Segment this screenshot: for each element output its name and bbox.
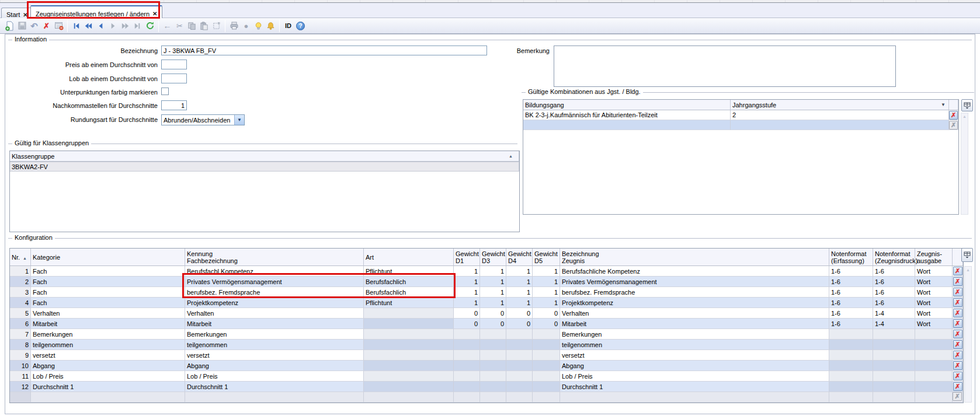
cell-kategorie[interactable]: versetzt [31, 350, 185, 361]
delete-row-button[interactable]: ✗ [953, 288, 962, 296]
column-chooser-button[interactable] [961, 99, 973, 111]
cell-notenformat-erfassung[interactable]: 1-6 [829, 277, 873, 287]
cell-kennung[interactable]: Privates Vermögensmanagement [185, 277, 364, 287]
undo-button[interactable]: ↶ [28, 20, 40, 32]
cell-ausgabe-empty[interactable] [915, 392, 953, 403]
cell-bildungsgang[interactable]: BK 2-3-j.Kaufmännisch für Abiturienten-T… [523, 110, 731, 120]
save-button[interactable] [16, 20, 28, 32]
cell-notenformat-zeugnisdruck[interactable] [873, 329, 915, 340]
cell-art[interactable]: Pflichtunt [364, 266, 454, 277]
cell-notenformat-erfassung[interactable] [829, 371, 873, 382]
cell-gewicht-d5[interactable]: 1 [533, 287, 560, 298]
delete-row-button[interactable]: ✗ [949, 111, 958, 120]
cell-gewicht-d4[interactable] [506, 361, 533, 371]
cell-notenformat-zeugnisdruck[interactable] [873, 350, 915, 361]
cell-bezeichnung-zeugnis[interactable]: Privates Vermögensmanagement [560, 277, 829, 287]
refresh-button[interactable] [144, 20, 156, 32]
delete-row-button[interactable]: ✗ [953, 330, 962, 338]
cell-bezeichnung-zeugnis[interactable]: Bemerkungen [560, 329, 829, 340]
cell-nr[interactable]: 3 [10, 287, 31, 298]
print-button[interactable] [228, 20, 240, 32]
cell-bezeichnung-zeugnis[interactable]: Verhalten [560, 308, 829, 319]
first-record-button[interactable] [70, 20, 82, 32]
cell-gewicht-d5[interactable] [533, 371, 560, 382]
cell-notenformat-zeugnisdruck[interactable]: 1-6 [873, 277, 915, 287]
cell-gewicht-d5[interactable] [533, 382, 560, 392]
cell-gewicht-d4[interactable] [506, 371, 533, 382]
cell-nr[interactable]: 2 [10, 277, 31, 287]
cell-art[interactable] [364, 308, 454, 319]
cell-zeugnisausgabe[interactable] [915, 329, 953, 340]
cell-gewicht-d1[interactable]: 1 [454, 277, 480, 287]
cell-notenformat-erfassung[interactable] [829, 329, 873, 340]
column-header-gewicht-d5[interactable]: GewichtD5 [533, 249, 560, 265]
scroll-up-icon[interactable]: ▲ [961, 113, 968, 118]
cell-gewicht-d4[interactable]: 1 [506, 287, 533, 298]
bemerkung-textarea[interactable] [554, 46, 896, 87]
cell-bezeichnung-zeugnis[interactable]: Mitarbeit [560, 319, 829, 329]
cell-jahrgangsstufe[interactable]: 2 [731, 110, 949, 120]
table-row[interactable]: 12 Durchschnitt 1 Durchschnitt 1 Durchsc… [10, 382, 963, 392]
column-header-gewicht-d4[interactable]: GewichtD4 [506, 249, 533, 265]
table-row[interactable]: 3BKWA2-FV [10, 162, 519, 172]
cell-kennung[interactable]: teilgenommen [185, 340, 364, 350]
cell-art[interactable] [364, 382, 454, 392]
cell-bezeichnung-zeugnis[interactable]: Durchschnitt 1 [560, 382, 829, 392]
cell-nr[interactable]: 11 [10, 371, 31, 382]
cell-gewicht-d3[interactable]: 0 [480, 319, 506, 329]
konfiguration-new-row[interactable]: ✗ [10, 392, 963, 403]
cell-kennung[interactable]: Durchschnitt 1 [185, 382, 364, 392]
cell-zeugnisausgabe[interactable]: Wort [915, 308, 953, 319]
cell-notenformat-erfassung[interactable]: 1-6 [829, 319, 873, 329]
cell-notenformat-erfassung[interactable]: 1-6 [829, 266, 873, 277]
cell-notenformat-zeugnisdruck[interactable]: 1-6 [873, 298, 915, 308]
cell-gewicht-d3[interactable] [480, 361, 506, 371]
cell-gewicht-d1[interactable]: 1 [454, 287, 480, 298]
cell-zeugnisausgabe[interactable] [915, 382, 953, 392]
cell-zeugnisausgabe[interactable] [915, 371, 953, 382]
cell-notenformat-zeugnisdruck[interactable] [873, 371, 915, 382]
cell-gewicht-d5[interactable] [533, 340, 560, 350]
column-header-nr[interactable]: Nr.▲ [10, 249, 31, 265]
cell-nr[interactable]: 1 [10, 266, 31, 277]
cell-notenformat-zeugnisdruck[interactable]: 1-6 [873, 287, 915, 298]
table-row[interactable]: 2 Fach Privates Vermögensmanagement Beru… [10, 277, 963, 287]
delete-row-button[interactable]: ✗ [953, 319, 962, 328]
column-header-kennung[interactable]: KennungFachbezeichnung [185, 249, 364, 265]
cell-gewicht-d1[interactable] [454, 382, 480, 392]
cell-gewicht-d4[interactable] [506, 329, 533, 340]
cell-zeugnisausgabe[interactable]: Wort [915, 266, 953, 277]
notification-button[interactable] [265, 20, 277, 32]
table-row[interactable]: 9 versetzt versetzt versetzt ✗ [10, 350, 963, 361]
cell-gewicht-d4[interactable]: 1 [506, 298, 533, 308]
cell-gewicht-d1[interactable]: 0 [454, 319, 480, 329]
hint-button[interactable] [252, 20, 265, 32]
cell-art[interactable]: Pflichtunt [364, 298, 454, 308]
cell-art[interactable] [364, 319, 454, 329]
cell-art[interactable] [364, 340, 454, 350]
id-button[interactable]: ID [282, 20, 294, 32]
cell-kennung[interactable]: Abgang [185, 361, 364, 371]
cell-notenformat-zeugnisdruck[interactable]: 1-4 [873, 308, 915, 319]
cell-nr[interactable]: 12 [10, 382, 31, 392]
delete-button[interactable]: ✗ [40, 20, 53, 32]
cell-zeugnisausgabe[interactable]: Wort [915, 319, 953, 329]
cell-gewicht-d4[interactable] [506, 350, 533, 361]
cell-kategorie[interactable]: Abgang [31, 361, 185, 371]
table-row[interactable]: 3 Fach berufsbez. Fremdsprache Berufsfac… [10, 287, 963, 298]
cell-gewicht-d1[interactable] [454, 350, 480, 361]
cell-kategorie[interactable]: Bemerkungen [31, 329, 185, 340]
cell-nr-empty[interactable] [10, 392, 31, 403]
delete-row-button[interactable]: ✗ [953, 340, 962, 349]
cell-gewicht-d3[interactable] [480, 350, 506, 361]
delete-row-button[interactable]: ✗ [953, 267, 962, 275]
cell-gewicht-d3[interactable]: 1 [480, 266, 506, 277]
cell-nr[interactable]: 6 [10, 319, 31, 329]
cell-gewicht-empty[interactable] [480, 392, 506, 403]
cell-gewicht-d3[interactable] [480, 371, 506, 382]
cell-art[interactable] [364, 350, 454, 361]
cell-zeugnisausgabe[interactable] [915, 340, 953, 350]
delete-row-button[interactable]: ✗ [953, 382, 962, 391]
cell-nr[interactable]: 8 [10, 340, 31, 350]
cell-kategorie[interactable]: Fach [31, 277, 185, 287]
